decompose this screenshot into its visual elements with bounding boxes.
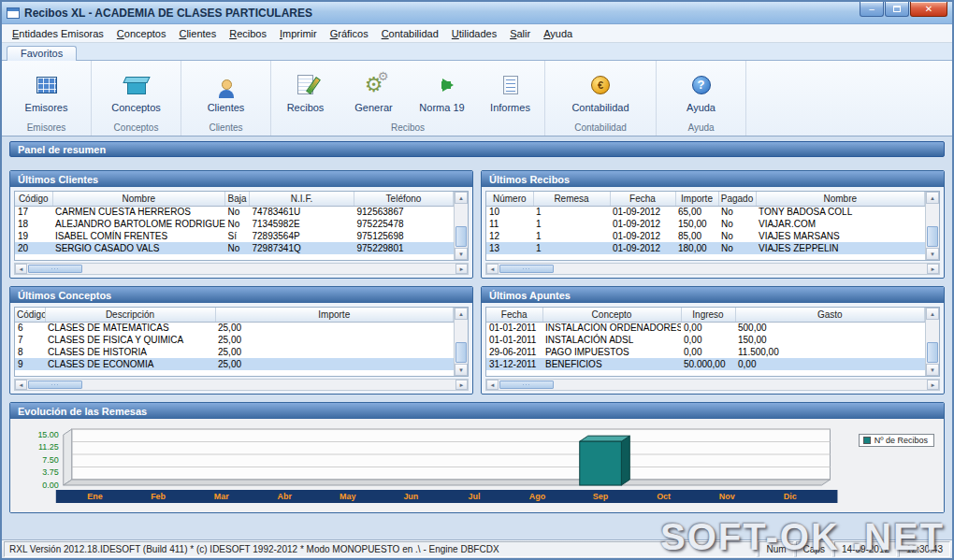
ribbon-button-conceptos[interactable]: Conceptos: [92, 61, 181, 122]
vertical-scrollbar[interactable]: ▲ ▼: [925, 308, 939, 376]
scroll-thumb[interactable]: [455, 226, 467, 247]
scroll-right-button[interactable]: ►: [927, 264, 939, 274]
scroll-down-button[interactable]: ▼: [926, 248, 939, 260]
ribbon-button-label: Generar: [354, 102, 392, 113]
scroll-up-button[interactable]: ▲: [926, 192, 939, 204]
column-header[interactable]: N.I.F.: [250, 192, 354, 206]
table-row[interactable]: 12101-09-201285,00NoVIAJES MARSANS: [486, 230, 925, 242]
horizontal-scrollbar[interactable]: ◄ ►: [485, 263, 940, 275]
menu-recibos[interactable]: Recibos: [223, 26, 273, 41]
column-header[interactable]: Gasto: [735, 308, 925, 322]
scroll-left-button[interactable]: ◄: [15, 380, 27, 390]
scroll-up-button[interactable]: ▲: [455, 308, 468, 320]
menu-conceptos[interactable]: Conceptos: [110, 26, 173, 41]
scroll-thumb[interactable]: [455, 342, 467, 363]
hscroll-track[interactable]: [554, 380, 927, 390]
tab-favoritos[interactable]: Favoritos: [7, 46, 77, 61]
column-header[interactable]: Código: [15, 192, 52, 206]
scroll-track[interactable]: [926, 204, 939, 248]
table-row[interactable]: 31-12-2011BENEFICIOS50.000,000,00: [486, 358, 925, 370]
column-header[interactable]: Teléfono: [354, 192, 454, 206]
table-row[interactable]: 29-06-2011PAGO IMPUESTOS0,0011.500,00: [486, 346, 925, 358]
menu-imprimir[interactable]: Imprimir: [273, 26, 324, 41]
hscroll-track[interactable]: [82, 380, 455, 390]
table-row[interactable]: 01-01-2011INSTALACIÓN ADSL0,00150,00: [486, 334, 925, 346]
vertical-scrollbar[interactable]: ▲ ▼: [454, 192, 468, 260]
table-row[interactable]: 11101-09-2012150,00NoVIAJAR.COM: [486, 218, 925, 230]
vertical-scrollbar[interactable]: ▲ ▼: [454, 308, 468, 376]
scroll-track[interactable]: [455, 320, 468, 364]
table-row[interactable]: 9CLASES DE ECONOMIA25,00: [15, 358, 454, 370]
scroll-left-button[interactable]: ◄: [486, 380, 499, 390]
scroll-down-button[interactable]: ▼: [455, 248, 468, 260]
ribbon-button-ayuda[interactable]: Ayuda: [657, 61, 745, 122]
hscroll-track[interactable]: [82, 264, 455, 274]
ribbon-button-informes[interactable]: Informes: [476, 61, 544, 122]
hscroll-thumb[interactable]: [28, 265, 82, 273]
ribbon-button-recibos[interactable]: Recibos: [271, 61, 340, 122]
ribbon-button-norma-19[interactable]: Norma 19: [408, 61, 476, 122]
hscroll-track[interactable]: [554, 264, 927, 274]
menu-contabilidad[interactable]: Contabilidad: [375, 26, 445, 41]
table-row[interactable]: 6CLASES DE MATEMATICAS25,00: [15, 322, 454, 334]
column-header[interactable]: Concepto: [542, 308, 681, 322]
ribbon-button-generar[interactable]: Generar: [340, 61, 408, 122]
table-row[interactable]: 17CARMEN CUESTA HERREROSNo74783461U91256…: [15, 206, 454, 218]
scroll-right-button[interactable]: ►: [455, 380, 468, 390]
column-header[interactable]: Ingreso: [681, 308, 735, 322]
column-header[interactable]: Código: [15, 308, 45, 322]
scroll-track[interactable]: [926, 320, 939, 364]
table-row[interactable]: 8CLASES DE HISTORIA25,00: [15, 346, 454, 358]
horizontal-scrollbar[interactable]: ◄ ►: [14, 263, 469, 275]
hscroll-thumb[interactable]: [499, 381, 554, 389]
horizontal-scrollbar[interactable]: ◄ ►: [14, 379, 469, 391]
menu-entidades-emisoras[interactable]: Entidades Emisoras: [6, 26, 110, 41]
menu-gr-ficos[interactable]: Gráficos: [324, 26, 375, 41]
column-header[interactable]: Número: [486, 192, 533, 206]
column-header[interactable]: Importe: [215, 308, 454, 322]
scroll-right-button[interactable]: ►: [927, 380, 939, 390]
menu-salir[interactable]: Salir: [503, 26, 537, 41]
column-header[interactable]: Descripción: [45, 308, 215, 322]
column-header[interactable]: Baja: [225, 192, 250, 206]
close-button[interactable]: ✕: [910, 2, 947, 17]
table-row[interactable]: 7CLASES DE FISICA Y QUIMICA25,00: [15, 334, 454, 346]
ribbon-button-emisores[interactable]: Emisores: [2, 61, 91, 122]
column-header[interactable]: Fecha: [486, 308, 542, 322]
table-row[interactable]: 20SERGIO CASADO VALSNo72987341Q975229801: [15, 242, 454, 254]
menu-utilidades[interactable]: Utilidades: [445, 26, 503, 41]
vertical-scrollbar[interactable]: ▲ ▼: [925, 192, 939, 260]
scroll-up-button[interactable]: ▲: [926, 308, 939, 320]
column-header[interactable]: Pagado: [718, 192, 756, 206]
scroll-left-button[interactable]: ◄: [15, 264, 27, 274]
table-row[interactable]: 19ISABEL COMÍN FRENTESSí72893564P9751256…: [15, 230, 454, 242]
maximize-button[interactable]: [885, 2, 909, 17]
scroll-track[interactable]: [455, 204, 468, 248]
column-header[interactable]: Fecha: [610, 192, 675, 206]
table-row[interactable]: 18ALEJANDRO BARTOLOME RODRIGUEZNo7134598…: [15, 218, 454, 230]
table-row[interactable]: 10101-09-201265,00NoTONY BADOSA COLL: [486, 206, 925, 218]
minimize-button[interactable]: –: [860, 2, 884, 17]
hscroll-thumb[interactable]: [28, 381, 82, 389]
horizontal-scrollbar[interactable]: ◄ ►: [485, 379, 940, 391]
ribbon-button-contabilidad[interactable]: Contabilidad: [545, 61, 656, 122]
table-row[interactable]: 13101-09-2012180,00NoVIAJES ZEPPELIN: [486, 242, 925, 254]
table-row[interactable]: 01-01-2011INSTALACIÓN ORDENADORES0,00500…: [486, 322, 925, 334]
scroll-left-button[interactable]: ◄: [486, 264, 499, 274]
scroll-down-button[interactable]: ▼: [926, 364, 939, 376]
hscroll-thumb[interactable]: [499, 265, 554, 273]
ribbon-button-clientes[interactable]: Clientes: [181, 61, 270, 122]
column-header[interactable]: Importe: [675, 192, 718, 206]
column-header[interactable]: Nombre: [756, 192, 925, 206]
scroll-right-button[interactable]: ►: [455, 264, 468, 274]
panel-header: Últimos Recibos: [482, 171, 944, 187]
column-header[interactable]: Nombre: [52, 192, 225, 206]
scroll-up-button[interactable]: ▲: [455, 192, 468, 204]
scroll-thumb[interactable]: [927, 226, 938, 247]
menu-clientes[interactable]: Clientes: [172, 26, 223, 41]
menu-ayuda[interactable]: Ayuda: [537, 26, 579, 41]
column-header[interactable]: Remesa: [533, 192, 610, 206]
scroll-thumb[interactable]: [927, 342, 938, 363]
scroll-down-button[interactable]: ▼: [455, 364, 468, 376]
panel-ultimos-conceptos: Últimos Conceptos CódigoDescripciónImpor…: [9, 286, 473, 395]
